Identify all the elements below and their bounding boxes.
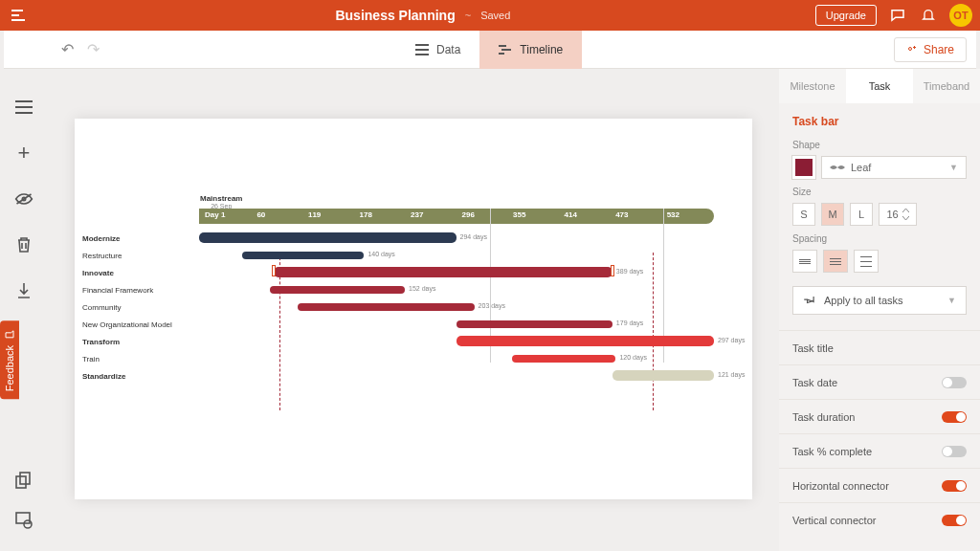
timeband-tick: 355 (513, 210, 525, 219)
comment-icon[interactable] (888, 6, 907, 25)
apply-all-label: Apply to all tasks (824, 295, 903, 306)
toggle-label: Horizontal connector (792, 480, 889, 492)
task-label: New Organizational Model (82, 320, 199, 329)
resize-handle-left[interactable] (272, 265, 276, 276)
panel-tab-task[interactable]: Task (846, 69, 913, 103)
task-label: Innovate (82, 269, 199, 277)
toggle-row: Task duration (779, 399, 980, 433)
duplicate-icon[interactable] (12, 469, 35, 492)
task-duration-label: 152 days (409, 285, 435, 292)
redo-icon[interactable]: ↷ (87, 40, 100, 58)
download-icon[interactable] (12, 279, 35, 302)
hide-icon[interactable] (12, 187, 35, 210)
toggle-row: Vertical connector (779, 502, 980, 537)
task-duration-label: 179 days (616, 320, 643, 326)
panel-tab-milestone[interactable]: Milestone (779, 69, 846, 103)
avatar[interactable]: OT (949, 4, 972, 27)
svg-rect-2 (11, 19, 25, 21)
chevron-down-icon: ▼ (947, 296, 956, 305)
svg-rect-1 (11, 14, 19, 16)
upgrade-button[interactable]: Upgrade (815, 5, 877, 26)
add-icon[interactable]: + (12, 142, 35, 165)
toggle-switch[interactable] (942, 480, 967, 492)
task-bar[interactable] (512, 355, 616, 363)
toggle-label: Task date (792, 377, 837, 388)
task-row[interactable]: Standardize121 days (82, 367, 752, 385)
svg-rect-8 (16, 476, 26, 488)
size-m-button[interactable]: M (821, 203, 844, 226)
svg-point-11 (24, 520, 32, 528)
panel-tab-timeband[interactable]: Timeband (913, 69, 980, 103)
timeband-tick: 178 (359, 210, 371, 219)
timeline-tab-label: Timeline (520, 43, 563, 56)
save-status: Saved (480, 10, 510, 21)
timeband-tick: 119 (308, 210, 321, 219)
share-button[interactable]: Share (894, 37, 967, 62)
toggle-label: Task title (792, 342, 834, 354)
task-row[interactable]: Financial Framework152 days (82, 281, 752, 298)
task-label: Community (82, 303, 199, 312)
task-row[interactable]: Community203 days (82, 298, 752, 316)
task-label: Transform (82, 338, 199, 346)
settings-icon[interactable] (12, 509, 35, 532)
task-bar[interactable] (457, 320, 612, 328)
timeline-tab[interactable]: Timeline (479, 31, 582, 69)
task-bar[interactable] (199, 232, 457, 243)
toggle-switch[interactable] (942, 446, 967, 457)
leaf-shape-icon (830, 164, 845, 171)
task-bar[interactable] (274, 267, 612, 277)
separator-dash: ~ (465, 10, 471, 21)
toggle-switch[interactable] (942, 377, 967, 388)
task-row[interactable]: Modernize294 days (82, 230, 752, 247)
size-s-button[interactable]: S (792, 203, 815, 226)
task-duration-label: 140 days (368, 251, 394, 257)
size-number-input[interactable]: 16 (879, 203, 917, 226)
spacing-medium-button[interactable] (823, 250, 848, 273)
toggle-switch[interactable] (942, 411, 967, 423)
size-number-value: 16 (886, 209, 898, 220)
menu-icon[interactable] (12, 96, 35, 119)
toggle-row: Task date (779, 364, 980, 399)
svg-rect-0 (11, 10, 23, 11)
shape-value: Leaf (851, 162, 871, 173)
timeline-canvas[interactable]: Mainstream 26 Sep Day 160119178237296355… (75, 119, 752, 499)
toggle-row: Task title (779, 330, 980, 364)
task-row[interactable]: Innovate389 days (82, 264, 752, 281)
undo-icon[interactable]: ↶ (61, 40, 74, 58)
task-bar[interactable] (612, 370, 714, 381)
shape-select[interactable]: Leaf ▼ (821, 156, 967, 179)
svg-rect-10 (16, 513, 30, 523)
project-title[interactable]: Business Planning (335, 8, 455, 23)
resize-handle-right[interactable] (611, 265, 614, 276)
color-swatch[interactable] (792, 156, 815, 179)
task-row[interactable]: Transform297 days (82, 333, 752, 350)
task-label: Restructure (82, 252, 199, 260)
svg-point-3 (415, 44, 417, 46)
panel-section-title: Task bar (792, 115, 967, 128)
timeband-tick: 473 (615, 210, 628, 219)
svg-point-4 (415, 49, 417, 51)
toggle-row: Horizontal connector (779, 468, 980, 502)
timeband-tick: 532 (667, 210, 679, 219)
task-row[interactable]: Train120 days (82, 350, 752, 367)
task-row[interactable]: New Organizational Model179 days (82, 316, 752, 333)
task-label: Financial Framework (82, 286, 199, 295)
task-bar[interactable] (298, 303, 474, 311)
task-row[interactable]: Restructure140 days (82, 247, 752, 264)
timeband[interactable]: Day 160119178237296355414473532 (199, 209, 714, 224)
data-tab[interactable]: Data (396, 31, 479, 69)
task-label: Train (82, 355, 199, 364)
trash-icon[interactable] (12, 233, 35, 256)
apply-all-button[interactable]: Apply to all tasks ▼ (792, 286, 967, 315)
task-bar[interactable] (270, 286, 405, 294)
toggle-switch[interactable] (942, 515, 967, 526)
size-l-button[interactable]: L (850, 203, 873, 226)
bell-icon[interactable] (919, 6, 938, 25)
task-bar[interactable] (457, 336, 714, 346)
feedback-tab[interactable]: Feedback (0, 320, 19, 399)
task-bar[interactable] (242, 252, 364, 259)
app-header: Business Planning ~ Saved Upgrade OT (0, 0, 980, 31)
app-logo-icon[interactable] (8, 4, 31, 27)
spacing-wide-button[interactable] (854, 250, 879, 273)
spacing-tight-button[interactable] (792, 250, 817, 273)
